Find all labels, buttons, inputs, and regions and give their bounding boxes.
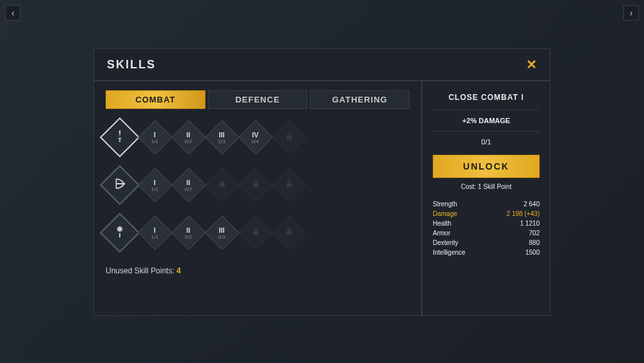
stat-label: Intelligence bbox=[433, 249, 466, 256]
stat-row: Armor702 bbox=[433, 228, 540, 238]
skill-row: I1/1II0/2 bbox=[106, 171, 410, 199]
skill-node[interactable]: IV0/4 bbox=[238, 120, 273, 155]
skill-node-locked bbox=[272, 120, 307, 155]
stat-row: Intelligence1500 bbox=[433, 248, 540, 257]
node-tier: I bbox=[151, 226, 158, 234]
skill-progress: 0/1 bbox=[433, 138, 540, 146]
stat-label: Dexterity bbox=[433, 239, 458, 246]
skill-node[interactable]: II0/2 bbox=[171, 120, 206, 155]
stat-value: 880 bbox=[529, 239, 540, 246]
skill-detail-panel: CLOSE COMBAT I +2% DAMAGE 0/1 UNLOCK Cos… bbox=[421, 81, 550, 315]
skill-node-locked bbox=[238, 215, 273, 250]
skill-effect: +2% DAMAGE bbox=[433, 110, 540, 132]
tab-gathering[interactable]: GATHERING bbox=[310, 90, 410, 109]
skill-node[interactable]: I1/1 bbox=[138, 215, 173, 250]
skill-row: I1/1II0/2III0/3 bbox=[106, 219, 410, 247]
panel-title: SKILLS bbox=[107, 58, 156, 72]
stat-value: 2 198 (+43) bbox=[507, 210, 540, 217]
close-icon[interactable]: ✕ bbox=[526, 57, 537, 72]
sword-icon[interactable] bbox=[100, 117, 140, 157]
stat-row: Damage2 198 (+43) bbox=[433, 209, 540, 219]
stat-value: 2 640 bbox=[524, 201, 540, 208]
stat-row: Health1 1210 bbox=[433, 219, 540, 228]
skill-node[interactable]: I1/1 bbox=[138, 168, 173, 202]
node-tier: IV bbox=[252, 131, 259, 139]
node-tier: I bbox=[151, 179, 158, 186]
panel-header: SKILLS ✕ bbox=[94, 49, 550, 81]
bow-icon[interactable] bbox=[100, 165, 140, 205]
node-tier: II bbox=[185, 179, 192, 186]
node-tier: II bbox=[185, 131, 192, 139]
node-progress: 1/1 bbox=[151, 234, 158, 240]
stat-row: Strength2 640 bbox=[433, 199, 540, 209]
skill-node-locked bbox=[272, 215, 307, 250]
node-progress: 0/4 bbox=[252, 139, 259, 144]
skill-node[interactable]: III2/3 bbox=[205, 120, 240, 155]
lock-icon bbox=[251, 179, 260, 191]
unlock-button[interactable]: UNLOCK bbox=[433, 155, 540, 178]
stat-label: Armor bbox=[433, 230, 450, 237]
skill-row: I1/1II0/2III2/3IV0/4 bbox=[106, 123, 410, 152]
node-progress: 0/2 bbox=[185, 139, 192, 144]
node-tier: III bbox=[218, 226, 225, 234]
nav-next-button[interactable]: › bbox=[623, 5, 639, 21]
stat-label: Strength bbox=[433, 201, 457, 208]
lock-icon bbox=[251, 227, 260, 239]
node-progress: 1/1 bbox=[151, 186, 158, 192]
node-progress: 0/2 bbox=[185, 234, 192, 240]
stat-value: 702 bbox=[529, 230, 540, 237]
unused-points: Unused Skill Points: 4 bbox=[106, 266, 410, 275]
skill-cost: Cost: 1 Skill Point bbox=[433, 183, 540, 190]
nav-prev-button[interactable]: ‹ bbox=[5, 5, 21, 21]
stat-row: Dexterity880 bbox=[433, 238, 540, 248]
lock-icon bbox=[218, 179, 227, 191]
node-tier: III bbox=[218, 131, 225, 139]
stat-value: 1500 bbox=[526, 249, 540, 256]
skill-node[interactable]: II0/2 bbox=[171, 215, 206, 250]
skill-node[interactable]: I1/1 bbox=[138, 120, 173, 155]
skill-node-locked bbox=[272, 168, 307, 202]
stat-label: Health bbox=[433, 220, 451, 227]
skill-node[interactable]: III0/3 bbox=[205, 215, 240, 250]
stat-label: Damage bbox=[433, 210, 457, 217]
node-progress: 1/1 bbox=[151, 139, 158, 144]
skill-node-locked bbox=[205, 168, 240, 202]
skill-name: CLOSE COMBAT I bbox=[433, 93, 540, 102]
tab-defence[interactable]: DEFENCE bbox=[208, 90, 308, 109]
wand-icon[interactable] bbox=[100, 213, 140, 253]
lock-icon bbox=[285, 179, 294, 191]
stat-value: 1 1210 bbox=[520, 220, 540, 227]
lock-icon bbox=[285, 227, 294, 239]
node-progress: 2/3 bbox=[218, 139, 225, 144]
skill-node[interactable]: II0/2 bbox=[171, 168, 206, 202]
skills-panel: SKILLS ✕ COMBATDEFENCEGATHERING I1/1II0/… bbox=[93, 48, 551, 316]
node-tier: I bbox=[151, 131, 158, 139]
skill-tree-area: COMBATDEFENCEGATHERING I1/1II0/2III2/3IV… bbox=[94, 81, 421, 315]
lock-icon bbox=[285, 132, 294, 143]
skill-node-locked bbox=[238, 168, 273, 202]
node-tier: II bbox=[185, 226, 192, 234]
tab-combat[interactable]: COMBAT bbox=[106, 90, 205, 109]
node-progress: 0/3 bbox=[218, 234, 225, 240]
node-progress: 0/2 bbox=[185, 186, 192, 192]
